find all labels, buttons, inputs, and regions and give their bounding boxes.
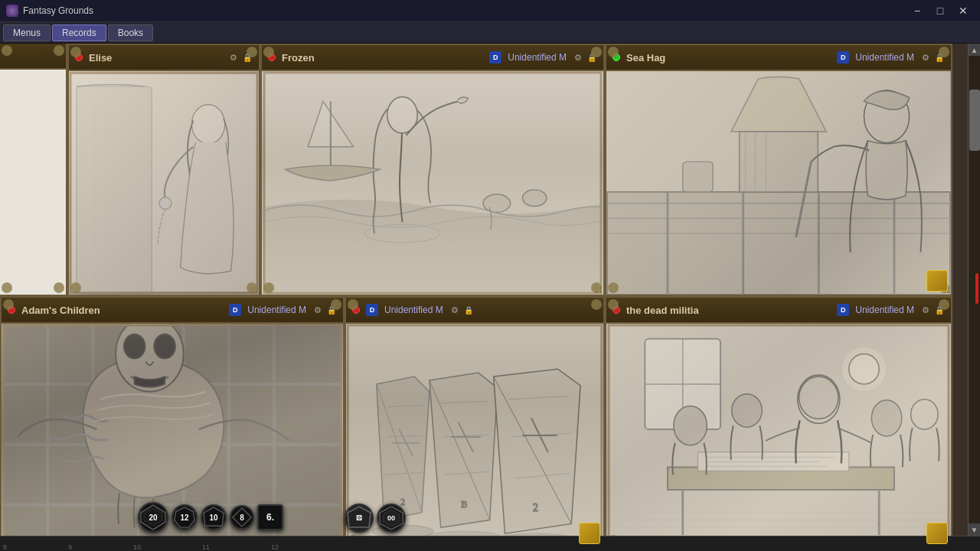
panel-militia-image[interactable] — [606, 324, 951, 547]
ruler-mark-10: 10 — [133, 543, 141, 551]
svg-point-86 — [674, 406, 707, 445]
corner-ornament-br — [54, 282, 64, 293]
gear-icon-adams[interactable] — [312, 305, 323, 315]
panel-list — [0, 44, 67, 296]
corner-tr — [591, 47, 602, 57]
die-d12-value: 12 — [180, 514, 188, 522]
svg-point-87 — [732, 394, 762, 427]
corner-tl — [608, 299, 619, 310]
panel-militia-header: the dead militia D Unidentified M — [606, 298, 951, 324]
svg-point-91 — [911, 399, 939, 429]
panel-frozen-image[interactable] — [262, 71, 603, 295]
ruler-mark-8: 8 — [3, 543, 7, 551]
svg-point-90 — [871, 400, 901, 436]
corner-ornament-bl — [2, 282, 12, 293]
panel-elise-title: Elise — [89, 52, 222, 64]
corner-tr — [939, 47, 949, 57]
svg-point-45 — [124, 334, 145, 359]
scrollbar-up[interactable]: ▲ — [969, 44, 980, 56]
corner-tr — [939, 299, 949, 310]
corner-ornament-tl — [2, 45, 12, 56]
ruler-mark-12: 12 — [271, 543, 279, 551]
corner-bl — [70, 282, 81, 293]
panel-elise-image[interactable] — [69, 71, 259, 295]
ruler-marks: 8 9 10 11 12 — [0, 536, 980, 551]
die-d20-value: 20 — [149, 514, 157, 522]
corner-bl — [608, 282, 619, 293]
die-d8[interactable]: 8 — [230, 505, 254, 530]
panel-elise-header: Elise — [69, 45, 259, 71]
dice-tray-2[interactable]: ⚄ 00 — [345, 504, 406, 533]
corner-tl — [3, 299, 14, 310]
records-button[interactable]: Records — [52, 24, 106, 41]
corner-tr — [331, 299, 341, 310]
titlebar-controls: − □ ✕ — [906, 2, 974, 19]
corner-bl — [263, 282, 274, 293]
maximize-button[interactable]: □ — [929, 2, 951, 19]
d-icon-adams: D — [229, 304, 241, 316]
main-area: Elise — [0, 44, 980, 551]
gold-badge-seahag — [926, 270, 948, 292]
svg-rect-4 — [77, 86, 152, 295]
die-d12[interactable]: 12 — [172, 504, 198, 530]
panel-adams-title: Adam's Children — [21, 305, 223, 316]
app-icon — [6, 5, 18, 17]
corner-ornament-tr — [54, 45, 64, 56]
menus-button[interactable]: Menus — [3, 24, 51, 41]
gear-icon-militia[interactable] — [920, 305, 931, 315]
resize-handle[interactable] — [250, 285, 259, 295]
panel-seahag-image[interactable] — [606, 71, 951, 295]
svg-rect-18 — [607, 192, 950, 295]
panel-frozen-header: Frozen D Unidentified M — [262, 45, 603, 71]
gear-icon[interactable] — [228, 52, 239, 63]
dice-tray[interactable]: 20 12 10 8 6. — [138, 502, 283, 533]
panel-frozen-subtitle: Unidentified M — [508, 52, 567, 63]
d-icon-militia: D — [837, 304, 849, 316]
die-d6[interactable]: 6. — [257, 504, 283, 530]
scroll-position-indicator — [975, 273, 978, 304]
books-button[interactable]: Books — [108, 24, 153, 41]
svg-rect-79 — [646, 341, 681, 383]
minimize-button[interactable]: − — [906, 2, 928, 19]
scrollbar-down[interactable]: ▼ — [969, 523, 980, 536]
app-title: Fantasy Grounds — [23, 5, 93, 16]
gold-badge-militia — [926, 523, 948, 544]
die-d8-value: 8 — [240, 514, 244, 522]
resize-handle[interactable] — [594, 285, 603, 295]
die-d10b[interactable]: ⚄ — [345, 504, 374, 533]
close-button[interactable]: ✕ — [952, 2, 974, 19]
die-d20[interactable]: 20 — [138, 502, 168, 533]
gear-icon-seahag[interactable] — [920, 52, 931, 63]
scrollbar-thumb[interactable] — [969, 90, 980, 151]
svg-text:2: 2 — [533, 502, 538, 514]
svg-rect-32 — [683, 161, 713, 191]
svg-point-93 — [849, 354, 879, 383]
corner-tr — [247, 47, 257, 57]
panel-frozen: Frozen D Unidentified M — [260, 44, 605, 296]
gold-badge-coffin — [579, 523, 600, 544]
bottom-ruler: 8 9 10 11 12 — [0, 536, 980, 551]
panel-seahag-header: Sea Hag D Unidentified M — [606, 45, 951, 71]
die-d00[interactable]: 00 — [377, 504, 406, 533]
title-bar: Fantasy Grounds − □ ✕ — [0, 0, 980, 22]
svg-text:B: B — [461, 499, 467, 510]
die-d10a[interactable]: 10 — [201, 504, 227, 530]
die-d10a-value: 10 — [209, 514, 217, 522]
die-d00-value: 00 — [387, 514, 395, 522]
d-icon-frozen: D — [489, 51, 501, 64]
scrollbar[interactable]: ▲ ▼ — [968, 44, 980, 536]
gear-icon-coffin[interactable] — [449, 305, 460, 315]
panel-coffin-header: D Unidentified M — [346, 298, 603, 324]
panel-adams-header: Adam's Children D Unidentified M — [2, 298, 343, 324]
panel-militia: the dead militia D Unidentified M — [605, 296, 952, 549]
die-d6-value: 6. — [266, 512, 274, 523]
panel-seahag-subtitle: Unidentified M — [855, 52, 914, 63]
svg-point-3 — [159, 197, 172, 210]
panel-seahag: Sea Hag D Unidentified M — [605, 44, 952, 296]
panel-list-header — [0, 44, 66, 70]
titlebar-left: Fantasy Grounds — [6, 5, 93, 17]
svg-point-2 — [191, 105, 224, 144]
panel-list-content — [0, 70, 66, 295]
lock-icon-coffin[interactable] — [463, 305, 474, 315]
gear-icon-frozen[interactable] — [573, 52, 583, 63]
